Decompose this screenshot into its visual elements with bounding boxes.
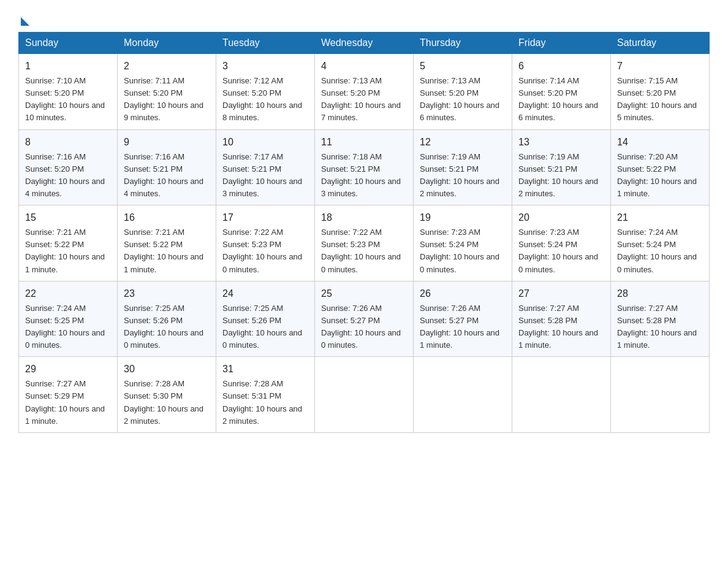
day-number: 17	[222, 210, 308, 225]
day-number: 28	[617, 286, 703, 301]
day-number: 16	[124, 210, 210, 225]
day-info: Sunrise: 7:20 AMSunset: 5:22 PMDaylight:…	[617, 151, 703, 201]
day-info: Sunrise: 7:19 AMSunset: 5:21 PMDaylight:…	[420, 151, 506, 201]
day-number: 2	[124, 59, 210, 74]
day-number: 1	[25, 59, 111, 74]
calendar-cell: 29Sunrise: 7:27 AMSunset: 5:29 PMDayligh…	[19, 357, 118, 433]
calendar-cell: 28Sunrise: 7:27 AMSunset: 5:28 PMDayligh…	[611, 281, 710, 357]
day-info: Sunrise: 7:19 AMSunset: 5:21 PMDaylight:…	[518, 151, 604, 201]
calendar-cell: 21Sunrise: 7:24 AMSunset: 5:24 PMDayligh…	[611, 205, 710, 282]
day-number: 30	[124, 362, 210, 377]
day-info: Sunrise: 7:26 AMSunset: 5:27 PMDaylight:…	[321, 302, 407, 352]
day-info: Sunrise: 7:27 AMSunset: 5:28 PMDaylight:…	[518, 302, 604, 352]
calendar-cell: 3Sunrise: 7:12 AMSunset: 5:20 PMDaylight…	[216, 54, 315, 130]
day-number: 6	[518, 59, 604, 74]
calendar-cell: 14Sunrise: 7:20 AMSunset: 5:22 PMDayligh…	[611, 129, 710, 205]
calendar-cell: 27Sunrise: 7:27 AMSunset: 5:28 PMDayligh…	[512, 281, 611, 357]
calendar-cell: 7Sunrise: 7:15 AMSunset: 5:20 PMDaylight…	[611, 54, 710, 130]
day-number: 22	[25, 286, 111, 301]
calendar-cell	[611, 357, 710, 433]
day-number: 27	[518, 286, 604, 301]
day-number: 31	[222, 362, 308, 377]
day-number: 11	[321, 135, 407, 150]
calendar-cell: 25Sunrise: 7:26 AMSunset: 5:27 PMDayligh…	[315, 281, 414, 357]
day-info: Sunrise: 7:25 AMSunset: 5:26 PMDaylight:…	[222, 302, 308, 352]
logo-triangle-icon	[21, 17, 29, 26]
day-number: 13	[518, 135, 604, 150]
day-number: 4	[321, 59, 407, 74]
column-header-sunday: Sunday	[19, 33, 118, 54]
day-info: Sunrise: 7:22 AMSunset: 5:23 PMDaylight:…	[222, 226, 308, 276]
calendar-cell: 18Sunrise: 7:22 AMSunset: 5:23 PMDayligh…	[315, 205, 414, 282]
calendar-week-row: 1Sunrise: 7:10 AMSunset: 5:20 PMDaylight…	[19, 54, 710, 130]
calendar-cell: 8Sunrise: 7:16 AMSunset: 5:20 PMDaylight…	[19, 129, 118, 205]
calendar-cell: 10Sunrise: 7:17 AMSunset: 5:21 PMDayligh…	[216, 129, 315, 205]
day-info: Sunrise: 7:22 AMSunset: 5:23 PMDaylight:…	[321, 226, 407, 276]
column-header-thursday: Thursday	[414, 33, 512, 54]
calendar-cell: 19Sunrise: 7:23 AMSunset: 5:24 PMDayligh…	[414, 205, 512, 282]
day-number: 9	[124, 135, 210, 150]
calendar-cell: 23Sunrise: 7:25 AMSunset: 5:26 PMDayligh…	[118, 281, 216, 357]
day-info: Sunrise: 7:13 AMSunset: 5:20 PMDaylight:…	[420, 75, 506, 124]
day-info: Sunrise: 7:17 AMSunset: 5:21 PMDaylight:…	[222, 151, 308, 201]
calendar-cell: 6Sunrise: 7:14 AMSunset: 5:20 PMDaylight…	[512, 54, 611, 130]
day-info: Sunrise: 7:27 AMSunset: 5:29 PMDaylight:…	[25, 378, 111, 427]
calendar-cell: 9Sunrise: 7:16 AMSunset: 5:21 PMDaylight…	[118, 129, 216, 205]
day-info: Sunrise: 7:16 AMSunset: 5:20 PMDaylight:…	[25, 151, 111, 201]
logo	[18, 12, 29, 22]
calendar-cell	[315, 357, 414, 433]
day-number: 26	[420, 286, 506, 301]
day-number: 7	[617, 59, 703, 74]
column-header-saturday: Saturday	[611, 33, 710, 54]
day-info: Sunrise: 7:23 AMSunset: 5:24 PMDaylight:…	[420, 226, 506, 276]
day-number: 23	[124, 286, 210, 301]
calendar-week-row: 15Sunrise: 7:21 AMSunset: 5:22 PMDayligh…	[19, 205, 710, 282]
day-number: 10	[222, 135, 308, 150]
calendar-cell: 26Sunrise: 7:26 AMSunset: 5:27 PMDayligh…	[414, 281, 512, 357]
column-header-wednesday: Wednesday	[315, 33, 414, 54]
day-info: Sunrise: 7:21 AMSunset: 5:22 PMDaylight:…	[25, 226, 111, 276]
calendar-week-row: 22Sunrise: 7:24 AMSunset: 5:25 PMDayligh…	[19, 281, 710, 357]
day-info: Sunrise: 7:24 AMSunset: 5:25 PMDaylight:…	[25, 302, 111, 352]
calendar-week-row: 8Sunrise: 7:16 AMSunset: 5:20 PMDaylight…	[19, 129, 710, 205]
day-info: Sunrise: 7:12 AMSunset: 5:20 PMDaylight:…	[222, 75, 308, 124]
day-number: 12	[420, 135, 506, 150]
calendar-cell: 16Sunrise: 7:21 AMSunset: 5:22 PMDayligh…	[118, 205, 216, 282]
day-number: 19	[420, 210, 506, 225]
day-number: 14	[617, 135, 703, 150]
calendar-cell: 22Sunrise: 7:24 AMSunset: 5:25 PMDayligh…	[19, 281, 118, 357]
calendar-cell: 31Sunrise: 7:28 AMSunset: 5:31 PMDayligh…	[216, 357, 315, 433]
calendar-cell: 15Sunrise: 7:21 AMSunset: 5:22 PMDayligh…	[19, 205, 118, 282]
calendar-cell: 2Sunrise: 7:11 AMSunset: 5:20 PMDaylight…	[118, 54, 216, 130]
day-info: Sunrise: 7:16 AMSunset: 5:21 PMDaylight:…	[124, 151, 210, 201]
day-info: Sunrise: 7:25 AMSunset: 5:26 PMDaylight:…	[124, 302, 210, 352]
day-info: Sunrise: 7:24 AMSunset: 5:24 PMDaylight:…	[617, 226, 703, 276]
calendar-cell: 12Sunrise: 7:19 AMSunset: 5:21 PMDayligh…	[414, 129, 512, 205]
day-info: Sunrise: 7:15 AMSunset: 5:20 PMDaylight:…	[617, 75, 703, 124]
column-header-monday: Monday	[118, 33, 216, 54]
calendar-cell: 11Sunrise: 7:18 AMSunset: 5:21 PMDayligh…	[315, 129, 414, 205]
day-info: Sunrise: 7:28 AMSunset: 5:30 PMDaylight:…	[124, 378, 210, 427]
day-number: 20	[518, 210, 604, 225]
day-number: 29	[25, 362, 111, 377]
day-info: Sunrise: 7:11 AMSunset: 5:20 PMDaylight:…	[124, 75, 210, 124]
calendar-cell	[414, 357, 512, 433]
day-number: 15	[25, 210, 111, 225]
calendar-cell	[512, 357, 611, 433]
day-info: Sunrise: 7:23 AMSunset: 5:24 PMDaylight:…	[518, 226, 604, 276]
day-info: Sunrise: 7:13 AMSunset: 5:20 PMDaylight:…	[321, 75, 407, 124]
day-info: Sunrise: 7:27 AMSunset: 5:28 PMDaylight:…	[617, 302, 703, 352]
calendar-cell: 30Sunrise: 7:28 AMSunset: 5:30 PMDayligh…	[118, 357, 216, 433]
calendar-cell: 24Sunrise: 7:25 AMSunset: 5:26 PMDayligh…	[216, 281, 315, 357]
day-number: 18	[321, 210, 407, 225]
day-info: Sunrise: 7:26 AMSunset: 5:27 PMDaylight:…	[420, 302, 506, 352]
day-info: Sunrise: 7:28 AMSunset: 5:31 PMDaylight:…	[222, 378, 308, 427]
day-info: Sunrise: 7:18 AMSunset: 5:21 PMDaylight:…	[321, 151, 407, 201]
day-number: 24	[222, 286, 308, 301]
calendar-week-row: 29Sunrise: 7:27 AMSunset: 5:29 PMDayligh…	[19, 357, 710, 433]
day-number: 5	[420, 59, 506, 74]
calendar-cell: 5Sunrise: 7:13 AMSunset: 5:20 PMDaylight…	[414, 54, 512, 130]
column-header-friday: Friday	[512, 33, 611, 54]
day-number: 25	[321, 286, 407, 301]
calendar-cell: 13Sunrise: 7:19 AMSunset: 5:21 PMDayligh…	[512, 129, 611, 205]
